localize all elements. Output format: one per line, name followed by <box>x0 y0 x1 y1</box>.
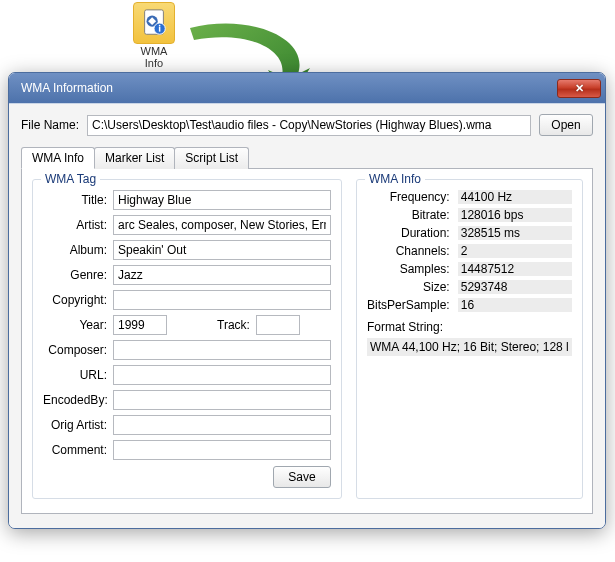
close-icon: ✕ <box>575 82 584 95</box>
wma-info-legend: WMA Info <box>365 172 425 186</box>
wma-tag-legend: WMA Tag <box>41 172 100 186</box>
samples-value: 14487512 <box>458 262 572 276</box>
wma-info-icon <box>133 2 175 44</box>
svg-point-4 <box>159 25 161 27</box>
title-input[interactable] <box>113 190 331 210</box>
composer-label: Composer: <box>43 343 113 357</box>
svg-rect-5 <box>159 27 161 32</box>
url-label: URL: <box>43 368 113 382</box>
close-button[interactable]: ✕ <box>557 79 601 98</box>
wma-info-group: WMA Info Frequency: 44100 Hz Bitrate: 12… <box>356 179 583 499</box>
url-input[interactable] <box>113 365 331 385</box>
album-input[interactable] <box>113 240 331 260</box>
channels-value: 2 <box>458 244 572 258</box>
titlebar[interactable]: WMA Information ✕ <box>9 73 605 103</box>
tab-script-list[interactable]: Script List <box>174 147 249 169</box>
file-name-label: File Name: <box>21 118 79 132</box>
tab-marker-list[interactable]: Marker List <box>94 147 175 169</box>
artist-input[interactable] <box>113 215 331 235</box>
genre-input[interactable] <box>113 265 331 285</box>
bitrate-label: Bitrate: <box>367 208 450 222</box>
track-input[interactable] <box>256 315 300 335</box>
open-button[interactable]: Open <box>539 114 593 136</box>
size-value: 5293748 <box>458 280 572 294</box>
bps-label: BitsPerSample: <box>367 298 450 312</box>
frequency-label: Frequency: <box>367 190 450 204</box>
artist-label: Artist: <box>43 218 113 232</box>
wma-information-dialog: WMA Information ✕ File Name: Open WMA In… <box>8 72 606 529</box>
tab-wma-info[interactable]: WMA Info <box>21 147 95 169</box>
bitrate-value: 128016 bps <box>458 208 572 222</box>
window-title: WMA Information <box>21 81 557 95</box>
genre-label: Genre: <box>43 268 113 282</box>
title-label: Title: <box>43 193 113 207</box>
year-label: Year: <box>43 318 113 332</box>
format-string-value: WMA 44,100 Hz; 16 Bit; Stereo; 128 l <box>367 338 572 356</box>
format-string-label: Format String: <box>367 320 572 334</box>
file-name-input[interactable] <box>87 115 531 136</box>
encodedby-input[interactable] <box>113 390 331 410</box>
year-input[interactable] <box>113 315 167 335</box>
encodedby-label: EncodedBy: <box>43 393 113 407</box>
duration-label: Duration: <box>367 226 450 240</box>
comment-input[interactable] <box>113 440 331 460</box>
save-button[interactable]: Save <box>273 466 331 488</box>
copyright-label: Copyright: <box>43 293 113 307</box>
orig-artist-label: Orig Artist: <box>43 418 113 432</box>
wma-tag-group: WMA Tag Title: Artist: Album: Genre <box>32 179 342 499</box>
bps-value: 16 <box>458 298 572 312</box>
duration-value: 328515 ms <box>458 226 572 240</box>
orig-artist-input[interactable] <box>113 415 331 435</box>
composer-input[interactable] <box>113 340 331 360</box>
size-label: Size: <box>367 280 450 294</box>
tab-panel-wma-info: WMA Tag Title: Artist: Album: Genre <box>21 168 593 514</box>
samples-label: Samples: <box>367 262 450 276</box>
copyright-input[interactable] <box>113 290 331 310</box>
desktop-icon-label: WMA Info <box>125 45 183 69</box>
desktop-file-icon[interactable]: WMA Info <box>125 2 183 69</box>
track-label: Track: <box>217 318 250 332</box>
album-label: Album: <box>43 243 113 257</box>
comment-label: Comment: <box>43 443 113 457</box>
channels-label: Channels: <box>367 244 450 258</box>
frequency-value: 44100 Hz <box>458 190 572 204</box>
